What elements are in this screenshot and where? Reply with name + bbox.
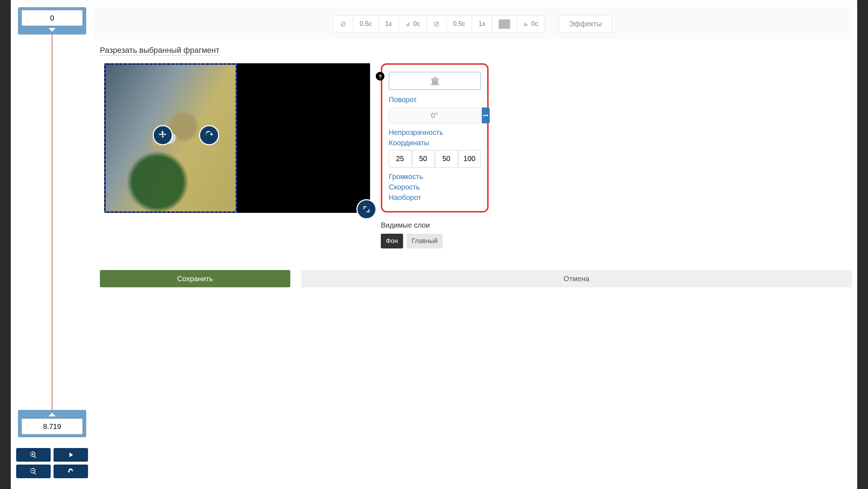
coord-x2[interactable] — [435, 150, 458, 168]
canvas-wrap — [104, 63, 370, 213]
flip-horizontal-icon — [482, 111, 490, 119]
coord-y2[interactable] — [458, 150, 481, 168]
action-row: Сохранить Отмена — [93, 270, 852, 287]
timeline-start-marker[interactable] — [18, 7, 86, 35]
volume-link[interactable]: Громкость — [389, 173, 481, 181]
transition-out-speed[interactable]: 1x — [472, 16, 492, 32]
clip-thumbnail[interactable]: 🏛️ — [389, 72, 481, 90]
refresh-button[interactable] — [54, 465, 88, 478]
transition-in-bars[interactable]: 0с — [399, 16, 427, 32]
thumbnail-icon: 🏛️ — [430, 76, 440, 86]
speed-link[interactable]: Скорость — [389, 183, 481, 191]
rotate-handle[interactable] — [199, 125, 219, 145]
toolbar: 0.5с 1x 0с 0.5с 1x 0с Эффекты — [93, 7, 852, 39]
help-badge[interactable]: ? — [376, 72, 384, 81]
transition-out-duration[interactable]: 0.5с — [447, 16, 472, 32]
zoom-out-button[interactable] — [16, 465, 51, 478]
rotation-input[interactable] — [389, 108, 480, 123]
layer-bg-button[interactable]: Фон — [381, 234, 403, 248]
svg-line-1 — [341, 22, 345, 26]
timeline-column — [16, 7, 88, 478]
chevron-down-icon — [49, 28, 56, 32]
flip-horizontal-button[interactable] — [482, 108, 490, 123]
timeline-start-input[interactable] — [22, 10, 83, 26]
timeline-end-marker[interactable] — [18, 410, 86, 437]
timeline-controls — [16, 448, 88, 478]
svg-line-6 — [435, 22, 438, 26]
timeline-end-input[interactable] — [22, 419, 83, 434]
layer-main-button[interactable]: Главный — [407, 234, 443, 248]
properties-wrap: ? 🏛️ Поворот Непрозрачность Координаты — [381, 63, 489, 248]
play-icon — [67, 451, 75, 459]
svg-rect-2 — [406, 24, 407, 26]
move-icon — [158, 130, 168, 140]
save-button[interactable]: Сохранить — [100, 270, 290, 287]
cut-fragment-link[interactable]: Разрезать выбранный фрагмент — [100, 46, 220, 55]
rotation-label: Поворот — [389, 96, 481, 104]
svg-rect-7 — [525, 23, 525, 26]
svg-rect-8 — [526, 23, 526, 26]
zoom-out-icon — [29, 467, 37, 475]
ban-icon — [340, 21, 346, 27]
chevron-up-icon — [49, 413, 56, 416]
transition-out-bars[interactable]: 0с — [517, 16, 545, 32]
resize-handle[interactable] — [356, 199, 377, 219]
timeline-track[interactable] — [52, 35, 52, 410]
properties-panel: 🏛️ Поворот Непрозрачность Координаты — [381, 63, 489, 212]
bars-descending-icon — [523, 21, 529, 27]
svg-rect-4 — [408, 23, 409, 26]
reverse-link[interactable]: Наоборот — [389, 193, 481, 202]
coords-label: Координаты — [389, 139, 481, 147]
main-column: 0.5с 1x 0с 0.5с 1x 0с Эффекты Разреза — [93, 7, 852, 478]
rotate-icon — [204, 130, 214, 140]
editor-row: ? 🏛️ Поворот Непрозрачность Координаты — [93, 63, 852, 248]
zoom-in-button[interactable] — [16, 448, 51, 462]
coords-row — [389, 150, 481, 168]
color-swatch — [499, 19, 510, 29]
layers-title: Видимые слои — [381, 221, 489, 229]
color-swatch-button[interactable] — [492, 16, 517, 32]
resize-icon — [361, 204, 371, 214]
transition-out-none[interactable] — [427, 16, 447, 32]
coord-y1[interactable] — [412, 150, 435, 168]
coord-x1[interactable] — [389, 150, 411, 168]
ban-icon — [433, 21, 440, 27]
bars-ascending-icon — [405, 21, 411, 27]
svg-rect-3 — [407, 23, 408, 26]
transition-in-duration[interactable]: 0.5с — [353, 16, 379, 32]
transition-in-none[interactable] — [333, 16, 353, 32]
play-button[interactable] — [54, 448, 88, 462]
refresh-icon — [67, 467, 75, 475]
svg-rect-9 — [527, 24, 527, 26]
transition-in-speed[interactable]: 1x — [379, 16, 399, 32]
effects-button[interactable]: Эффекты — [559, 15, 612, 33]
app-frame: 0.5с 1x 0с 0.5с 1x 0с Эффекты Разреза — [11, 0, 857, 489]
opacity-link[interactable]: Непрозрачность — [389, 128, 481, 137]
move-handle[interactable] — [153, 125, 173, 145]
transition-controls: 0.5с 1x 0с 0.5с 1x 0с — [333, 15, 545, 33]
zoom-in-icon — [29, 451, 37, 459]
cancel-button[interactable]: Отмена — [301, 270, 852, 287]
video-canvas[interactable] — [104, 63, 370, 213]
